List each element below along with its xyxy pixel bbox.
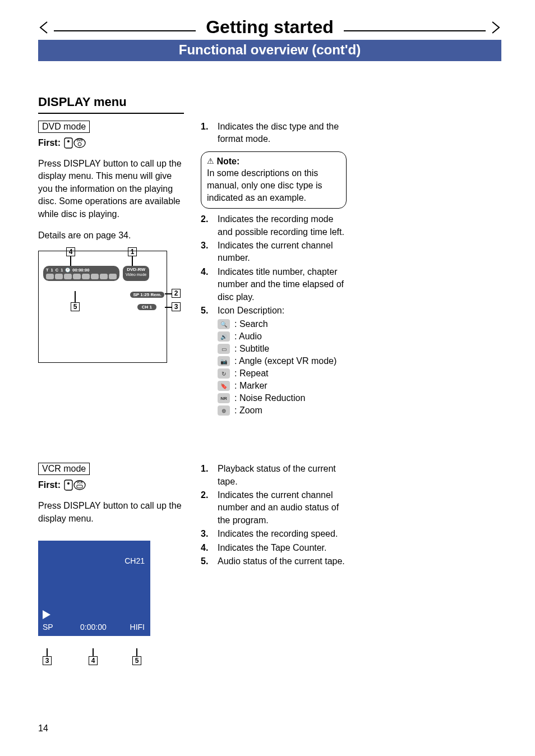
vcr-item-3: Indicates the recording speed. [201,528,347,540]
page-number: 14 [38,723,48,734]
vcr-para-1: Press DISPLAY button to call up the disp… [38,500,184,525]
vcr-channel: CH21 [124,556,145,565]
rule [54,30,196,31]
display-menu-heading: DISPLAY menu [38,95,501,109]
first-row-dvd: First: DVD [38,136,184,150]
chevron-right-icon [490,21,501,34]
warning-icon: ⚠ [207,156,214,165]
repeat-icon: ↻ [218,368,230,379]
noise-reduction-icon: NR [218,393,230,403]
dvd-osd-screen: T 1 C 1 🕐 00:00:00 [38,251,167,363]
zoom-icon: ⊕ [218,405,230,416]
marker-icon: 🔖 [218,381,230,391]
chevron-left-icon [38,21,49,34]
icon-description-list: 🔍: Search 🔊: Audio ▭: Subtitle 📷: Angle … [201,319,347,416]
vcr-item-2: Indicates the current channel number and… [201,489,347,527]
svg-rect-0 [64,138,72,148]
main-title: Getting started [200,17,339,38]
rule [344,30,486,31]
svg-point-4 [78,142,81,146]
first-label-vcr: First: [38,480,61,490]
dvd-para-2: Details are on page 34. [38,229,184,242]
dvd-item-5: Icon Description: [201,305,347,317]
callout-5: 5 [71,302,80,311]
osd-disc-type: DVD-RW [126,267,146,273]
callout-3: 3 [172,302,181,311]
dvd-item-4: Indicates title number, chapter number a… [201,266,347,303]
angle-icon: 📷 [218,356,230,366]
page-header: Getting started Functional overview (con… [38,17,501,61]
callout-2: 2 [172,289,181,298]
osd-video-mode: Video mode [126,273,146,277]
svg-rect-9 [77,485,82,488]
vcr-mode-label: VCR mode [38,463,90,475]
dvd-item-1: Indicates the disc type and the format m… [201,121,347,146]
osd-remaining: SP 1:25 Rem. [130,292,164,298]
heading-rule [38,113,184,114]
dvd-item-2: Indicates the recording mode and possibl… [201,213,347,238]
search-icon: 🔍 [218,319,230,329]
vcr-callout-3: 3 [43,656,52,665]
vcr-audio-status: HIFI [130,623,145,631]
svg-point-1 [67,140,70,142]
dvd-item-3: Indicates the current channel number. [201,239,347,265]
first-label: First: [38,138,61,148]
vcr-item-5: Audio status of the current tape. [201,555,347,568]
remote-dvd-icon: DVD [64,136,86,150]
section-banner: Functional overview (cont'd) [38,40,501,61]
svg-text:DVD: DVD [77,139,83,142]
audio-icon: 🔊 [218,331,230,342]
dvd-mode-label: DVD mode [38,121,90,133]
first-row-vcr: First: VCR [38,478,184,492]
subtitle-icon: ▭ [218,344,230,354]
svg-point-6 [67,482,70,485]
svg-rect-5 [64,480,72,490]
svg-text:VCR: VCR [77,481,83,484]
note-title: Note: [216,156,239,166]
note-box: ⚠ Note: In some descriptions on this man… [201,151,347,209]
vcr-osd-screen: CH21 SP 0:00:00 HIFI [38,541,150,636]
vcr-counter: 0:00:00 [80,623,107,631]
vcr-item-1: Playback status of the current tape. [201,463,347,488]
play-icon [43,610,50,619]
vcr-callout-4: 4 [89,656,98,665]
vcr-item-4: Indicates the Tape Counter. [201,542,347,554]
note-body: In some descriptions on this manual, onl… [207,168,322,202]
vcr-callout-5: 5 [132,656,141,665]
vcr-speed: SP [43,623,53,631]
osd-channel: CH 1 [137,304,156,310]
svg-marker-10 [43,610,50,619]
remote-vcr-icon: VCR [64,478,86,492]
dvd-para-1: Press DISPLAY button to call up the disp… [38,158,184,220]
